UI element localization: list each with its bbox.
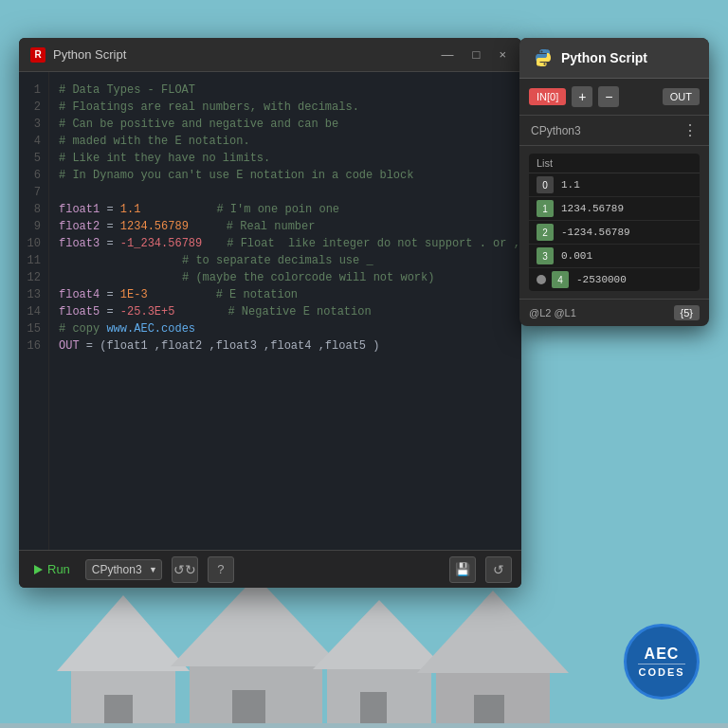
output-count-badge: {5} xyxy=(674,305,700,320)
run-triangle-icon xyxy=(34,565,43,574)
maximize-button[interactable]: □ xyxy=(469,46,484,64)
editor-toolbar: Run CPython3 ▼ ↺↻ ? 💾 ↺ xyxy=(19,550,521,588)
code-line-16: OUT = (float1 ,float2 ,float3 ,float4 ,f… xyxy=(59,337,512,355)
output-list: List 0 1.1 1 1234.56789 2 -1234.56789 3 … xyxy=(529,154,700,291)
editor-window: R Python Script — □ × 123456 789101112 1… xyxy=(19,38,521,588)
output-index-4: 4 xyxy=(552,271,569,288)
help-button[interactable]: ? xyxy=(208,556,234,583)
engine-select[interactable]: CPython3 xyxy=(85,559,162,580)
aec-logo-codes-text: CODES xyxy=(638,664,684,678)
history-button[interactable]: ↺↻ xyxy=(172,556,198,583)
svg-rect-11 xyxy=(474,695,504,728)
output-item-4: 4 -2530000 xyxy=(529,268,700,291)
output-index-0: 0 xyxy=(537,176,554,193)
svg-marker-3 xyxy=(171,576,341,666)
node-ports-row: IN[0] + − OUT xyxy=(519,79,709,116)
code-line-14: float5 = -25.3E+5# Negative E notation xyxy=(59,303,512,320)
editor-titlebar: R Python Script — □ × xyxy=(19,38,521,72)
code-line-11: # to separate decimals use _ xyxy=(59,252,512,269)
code-line-4: # maded with the E notation. xyxy=(59,133,512,150)
svg-rect-12 xyxy=(0,723,728,728)
port-remove-button[interactable]: − xyxy=(598,86,619,107)
close-button[interactable]: × xyxy=(495,46,510,64)
output-item-2: 2 -1234.56789 xyxy=(529,221,700,245)
output-footer: @L2 @L1 {5} xyxy=(519,299,709,326)
output-index-3: 3 xyxy=(537,247,554,264)
code-line-7 xyxy=(59,184,512,201)
svg-marker-6 xyxy=(313,600,446,669)
output-value-0: 1.1 xyxy=(561,179,580,191)
line-numbers: 123456 789101112 13141516 xyxy=(19,72,49,550)
save-button[interactable]: 💾 xyxy=(449,556,476,583)
node-engine-row: CPython3 ⋮ xyxy=(519,116,709,146)
run-button[interactable]: Run xyxy=(28,558,76,580)
output-value-3: 0.001 xyxy=(561,250,592,262)
svg-rect-8 xyxy=(360,692,387,728)
port-in-label[interactable]: IN[0] xyxy=(529,88,566,105)
code-line-15: # copy www.AEC.codes xyxy=(59,320,512,337)
output-item-3: 3 0.001 xyxy=(529,245,700,268)
aec-logo: AEC CODES xyxy=(624,624,700,700)
output-list-header: List xyxy=(529,154,700,173)
node-panel: Python Script IN[0] + − OUT CPython3 ⋮ L… xyxy=(519,38,709,326)
editor-title: Python Script xyxy=(53,47,430,62)
code-line-9: float2 = 1234.56789# Real number xyxy=(59,218,512,235)
code-editor[interactable]: # Data Types - FLOAT # Floatings are rea… xyxy=(49,72,521,550)
svg-rect-5 xyxy=(232,690,265,728)
aec-logo-aec-text: AEC xyxy=(645,646,680,662)
node-engine-label: CPython3 xyxy=(531,124,581,137)
port-add-button[interactable]: + xyxy=(572,86,592,107)
output-item-0: 0 1.1 xyxy=(529,173,700,197)
code-line-10: float3 = -1_234.56789# Float like intege… xyxy=(59,235,512,252)
code-line-2: # Floatings are real numbers, with decim… xyxy=(59,99,512,116)
editor-content: 123456 789101112 13141516 # Data Types -… xyxy=(19,72,521,550)
output-footer-label: @L2 @L1 xyxy=(529,307,576,318)
node-header: Python Script xyxy=(519,38,709,79)
output-index-2: 2 xyxy=(537,224,554,241)
editor-app-icon: R xyxy=(30,47,46,63)
code-line-1: # Data Types - FLOAT xyxy=(59,82,512,99)
run-label: Run xyxy=(47,562,70,576)
port-out-label[interactable]: OUT xyxy=(663,88,700,105)
minimize-button[interactable]: — xyxy=(438,46,458,64)
output-item-1: 1 1234.56789 xyxy=(529,197,700,221)
code-line-5: # Like int they have no limits. xyxy=(59,150,512,167)
output-index-1: 1 xyxy=(537,200,554,217)
svg-marker-9 xyxy=(417,591,569,673)
node-panel-title: Python Script xyxy=(561,50,647,65)
reload-button[interactable]: ↺ xyxy=(485,556,512,583)
svg-rect-2 xyxy=(104,695,133,728)
engine-selector-wrapper: CPython3 ▼ xyxy=(85,559,162,580)
code-line-6: # In Dynamo you can't use E notation in … xyxy=(59,167,512,184)
code-line-12: # (maybe the colorcode will not work) xyxy=(59,269,512,286)
code-line-13: float4 = 1E-3# E notation xyxy=(59,286,512,303)
output-value-4: -2530000 xyxy=(576,274,627,285)
code-line-3: # Can be positive and negative and can b… xyxy=(59,116,512,133)
code-line-8: float1 = 1.1# I'm one poin one xyxy=(59,201,512,218)
output-connector-icon xyxy=(537,275,546,284)
output-value-2: -1234.56789 xyxy=(561,227,630,238)
node-engine-menu-button[interactable]: ⋮ xyxy=(682,121,698,139)
output-value-1: 1234.56789 xyxy=(561,203,624,214)
node-output-section: List 0 1.1 1 1234.56789 2 -1234.56789 3 … xyxy=(519,146,709,299)
titlebar-controls: — □ × xyxy=(438,46,510,64)
python-icon xyxy=(533,47,554,68)
svg-marker-0 xyxy=(57,595,190,671)
